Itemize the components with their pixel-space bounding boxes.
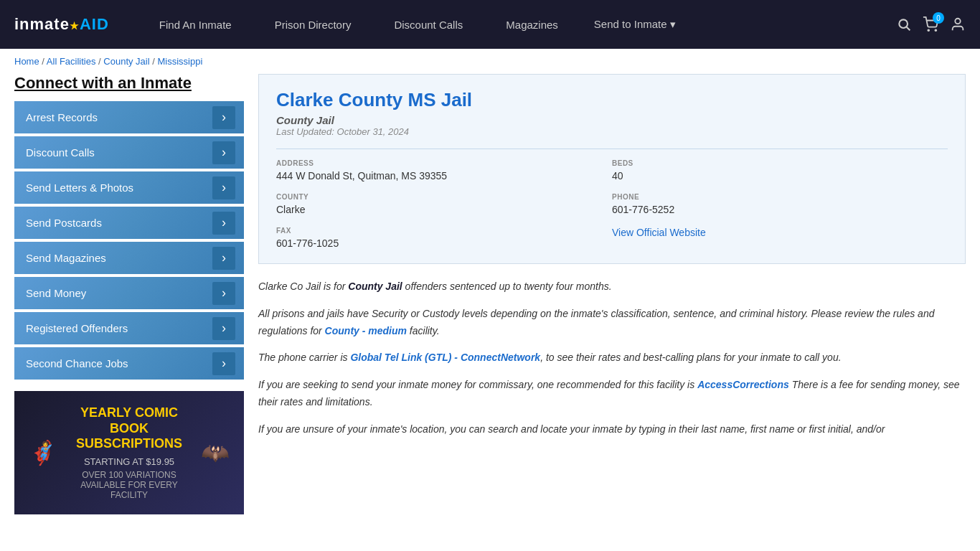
main-nav: Find An Inmate Prison Directory Discount…: [138, 0, 897, 49]
svg-point-2: [928, 29, 929, 31]
user-icon: [950, 17, 966, 32]
desc-para2: All prisons and jails have Security or C…: [258, 306, 966, 340]
nav-prison-directory[interactable]: Prison Directory: [253, 0, 373, 49]
breadcrumb-all-facilities[interactable]: All Facilities: [47, 56, 96, 67]
logo[interactable]: inmate★AID: [14, 15, 109, 34]
content-area: Clarke County MS Jail County Jail Last U…: [258, 74, 966, 514]
chevron-right-icon: ›: [212, 247, 235, 270]
user-button[interactable]: [950, 17, 966, 32]
nav-icons: 0: [897, 17, 966, 32]
search-button[interactable]: [897, 17, 911, 32]
sidebar-send-magazines[interactable]: Send Magazines ›: [14, 242, 244, 274]
sidebar-ad[interactable]: 🦸 YEARLY COMIC BOOKSUBSCRIPTIONS STARTIN…: [14, 391, 244, 514]
nav-magazines[interactable]: Magazines: [484, 0, 580, 49]
desc-para3: The phone carrier is Global Tel Link (GT…: [258, 349, 966, 367]
address-label: ADDRESS: [276, 159, 612, 167]
svg-point-0: [899, 19, 908, 28]
chevron-right-icon: ›: [212, 352, 235, 375]
facility-updated: Last Updated: October 31, 2024: [276, 126, 948, 137]
website-group: View Official Website: [612, 227, 948, 249]
chevron-right-icon: ›: [212, 176, 235, 199]
ad-subtitle: STARTING AT $19.95: [65, 456, 194, 467]
sidebar-discount-calls[interactable]: Discount Calls ›: [14, 136, 244, 169]
facility-type: County Jail: [276, 114, 948, 126]
cart-badge: 0: [933, 12, 944, 24]
sidebar-send-letters-photos[interactable]: Send Letters & Photos ›: [14, 171, 244, 204]
sidebar-title: Connect with an Inmate: [14, 74, 244, 93]
send-to-inmate-button[interactable]: Send to Inmate ▾: [580, 0, 690, 49]
facility-details: ADDRESS 444 W Donald St, Quitman, MS 393…: [276, 149, 948, 249]
sidebar-registered-offenders[interactable]: Registered Offenders ›: [14, 312, 244, 344]
svg-point-4: [955, 19, 960, 24]
fax-label: FAX: [276, 227, 612, 235]
chevron-right-icon: ›: [212, 317, 235, 340]
sidebar-arrest-records[interactable]: Arrest Records ›: [14, 101, 244, 133]
beds-value: 40: [612, 170, 948, 182]
sidebar-second-chance-jobs[interactable]: Second Chance Jobs ›: [14, 347, 244, 380]
chevron-right-icon: ›: [212, 282, 235, 305]
gtl-link[interactable]: Global Tel Link (GTL) - ConnectNetwork: [350, 352, 540, 363]
address-group: ADDRESS 444 W Donald St, Quitman, MS 393…: [276, 159, 612, 182]
access-corrections-link[interactable]: AccessCorrections: [697, 379, 789, 390]
header: inmate★AID Find An Inmate Prison Directo…: [0, 0, 980, 49]
breadcrumb: Home / All Facilities / County Jail / Mi…: [0, 49, 980, 74]
sidebar-send-postcards[interactable]: Send Postcards ›: [14, 207, 244, 239]
beds-group: BEDS 40: [612, 159, 948, 182]
beds-label: BEDS: [612, 159, 948, 167]
sidebar-send-money[interactable]: Send Money ›: [14, 277, 244, 309]
facility-name: Clarke County MS Jail: [276, 89, 948, 111]
sidebar: Connect with an Inmate Arrest Records › …: [14, 74, 244, 514]
phone-label: PHONE: [612, 193, 948, 201]
facility-card: Clarke County MS Jail County Jail Last U…: [258, 74, 966, 264]
svg-point-3: [935, 29, 936, 31]
description-section: Clarke Co Jail is for County Jail offend…: [258, 278, 966, 438]
county-label: COUNTY: [276, 193, 612, 201]
county-value: Clarke: [276, 204, 612, 215]
breadcrumb-county-jail[interactable]: County Jail: [103, 56, 149, 67]
desc-para5: If you are unsure of your inmate's locat…: [258, 421, 966, 438]
ad-title: YEARLY COMIC BOOKSUBSCRIPTIONS: [65, 405, 194, 452]
chevron-right-icon: ›: [212, 106, 235, 129]
desc-para4: If you are seeking to send your inmate m…: [258, 377, 966, 411]
fax-value: 601-776-1025: [276, 237, 612, 249]
desc-para1: Clarke Co Jail is for County Jail offend…: [258, 278, 966, 296]
search-icon: [897, 17, 911, 32]
nav-find-inmate[interactable]: Find An Inmate: [138, 0, 253, 49]
county-group: COUNTY Clarke: [276, 193, 612, 215]
breadcrumb-state[interactable]: Mississippi: [157, 56, 202, 67]
main-layout: Connect with an Inmate Arrest Records › …: [0, 74, 980, 514]
svg-line-1: [907, 27, 910, 31]
breadcrumb-home[interactable]: Home: [14, 56, 39, 67]
address-value: 444 W Donald St, Quitman, MS 39355: [276, 170, 612, 182]
phone-group: PHONE 601-776-5252: [612, 193, 948, 215]
cart-button[interactable]: 0: [923, 17, 938, 32]
county-jail-link[interactable]: County Jail: [348, 281, 402, 292]
phone-value: 601-776-5252: [612, 204, 948, 215]
chevron-right-icon: ›: [212, 212, 235, 235]
ad-note: OVER 100 VARIATIONS AVAILABLE FOR EVERY …: [65, 470, 194, 500]
county-medium-link[interactable]: County - medium: [325, 325, 407, 336]
nav-discount-calls[interactable]: Discount Calls: [372, 0, 484, 49]
chevron-right-icon: ›: [212, 141, 235, 164]
fax-group: FAX 601-776-1025: [276, 227, 612, 249]
view-official-website-link[interactable]: View Official Website: [612, 227, 706, 238]
